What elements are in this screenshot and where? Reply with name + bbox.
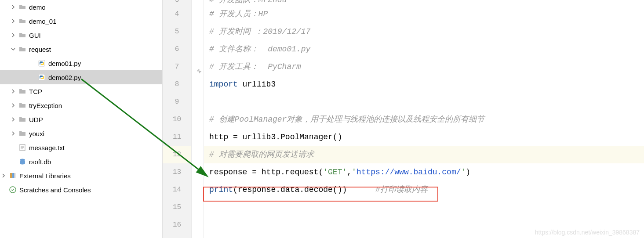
- tree-item-label: GUI: [29, 32, 41, 39]
- svg-rect-7: [10, 173, 12, 178]
- chevron-placeholder: [29, 74, 36, 81]
- code-line[interactable]: import urllib3: [204, 76, 644, 93]
- folder-icon: [18, 3, 26, 11]
- tree-item-demo01-py[interactable]: demo01.py: [0, 56, 162, 70]
- tree-item-request[interactable]: request: [0, 42, 162, 56]
- code-line[interactable]: print(response.data.decode()) #打印读取内容: [204, 181, 644, 198]
- editor-margin: [192, 0, 204, 238]
- chevron-right-icon[interactable]: [0, 172, 7, 179]
- line-number: 9: [163, 93, 191, 111]
- folder-icon: [18, 115, 26, 123]
- code-token: urllib3: [238, 80, 276, 89]
- tree-item-demo02-py[interactable]: demo02.py: [0, 70, 162, 84]
- line-number: 11: [163, 128, 191, 146]
- python-icon: [38, 73, 46, 81]
- tree-item-scratches-and-consoles[interactable]: Scratches and Consoles: [0, 183, 162, 197]
- line-number: 16: [163, 216, 191, 234]
- project-tree[interactable]: demodemo_01GUIrequestdemo01.pydemo02.pyT…: [0, 0, 163, 238]
- svg-point-6: [20, 159, 25, 161]
- code-line[interactable]: # 开发人员：HP: [204, 5, 644, 23]
- folder-icon: [18, 31, 26, 39]
- tree-item-tcp[interactable]: TCP: [0, 84, 162, 98]
- tree-item-label: tryExeption: [29, 102, 62, 109]
- tree-item-rsoft-db[interactable]: rsoft.db: [0, 155, 162, 169]
- code-line[interactable]: response = http.request('GET','https://w…: [204, 163, 644, 181]
- svg-rect-8: [12, 173, 14, 178]
- chevron-placeholder: [10, 144, 17, 151]
- code-token: # 文件名称： demo01.py: [209, 45, 310, 54]
- code-token: ': [352, 168, 357, 177]
- code-token: https://www.baidu.com/: [357, 168, 461, 177]
- tree-item-demo-01[interactable]: demo_01: [0, 14, 162, 28]
- tree-item-label: demo: [29, 4, 46, 11]
- code-line[interactable]: [204, 198, 644, 216]
- folder-icon: [18, 45, 26, 53]
- tree-item-gui[interactable]: GUI: [0, 28, 162, 42]
- code-line[interactable]: # 开发时间 ：2019/12/17: [204, 23, 644, 40]
- tree-item-label: UDP: [29, 116, 43, 123]
- line-number: 8: [163, 76, 191, 93]
- code-token: http = urllib3.PoolManager(): [209, 133, 342, 141]
- line-number: 5: [163, 23, 191, 40]
- code-line[interactable]: # 开发工具： PyCharm: [204, 58, 644, 76]
- code-token: ': [461, 168, 466, 177]
- line-number: 13: [163, 163, 191, 181]
- folder-icon: [18, 130, 26, 137]
- chevron-placeholder: [10, 158, 17, 165]
- chevron-down-icon[interactable]: [10, 46, 17, 53]
- tree-item-label: message.txt: [29, 144, 65, 151]
- folder-icon: [18, 101, 26, 109]
- code-line[interactable]: # 文件名称： demo01.py: [204, 40, 644, 58]
- tree-item-udp[interactable]: UDP: [0, 112, 162, 126]
- tree-item-label: Scratches and Consoles: [19, 186, 91, 194]
- tree-item-label: demo_01: [29, 18, 57, 25]
- code-token: # 对需要爬取的网页发送请求: [209, 150, 314, 159]
- code-line[interactable]: http = urllib3.PoolManager(): [204, 128, 644, 146]
- line-number: 10: [163, 111, 191, 128]
- code-token: (response.data.decode()): [233, 185, 375, 194]
- lib-icon: [9, 172, 17, 180]
- db-icon: [18, 158, 26, 166]
- code-token: # 开发时间 ：2019/12/17: [209, 27, 310, 36]
- tree-item-label: TCP: [29, 88, 42, 95]
- code-token: # 开发人员：HP: [209, 10, 268, 18]
- scratch-icon: [9, 186, 17, 194]
- chevron-right-icon[interactable]: [10, 88, 17, 95]
- tree-item-label: request: [29, 46, 51, 53]
- tree-item-tryexeption[interactable]: tryExeption: [0, 98, 162, 112]
- chevron-placeholder: [0, 186, 7, 193]
- chevron-right-icon[interactable]: [10, 18, 17, 25]
- chevron-right-icon[interactable]: [10, 130, 17, 137]
- code-token: # 开发团队：MrZhou: [209, 0, 287, 4]
- tree-item-youxi[interactable]: youxi: [0, 126, 162, 141]
- code-editor[interactable]: 345678910111213141516 # 开发团队：MrZhou# 开发人…: [163, 0, 644, 238]
- code-token: print: [209, 185, 233, 194]
- fold-handle-icon[interactable]: [196, 63, 202, 69]
- watermark: https://blog.csdn.net/weixin_39868387: [535, 229, 640, 236]
- code-line[interactable]: # 创建PoolManager对象，用于处理与线程池的连接以及线程安全的所有细节: [204, 111, 644, 128]
- code-token: # 创建PoolManager对象，用于处理与线程池的连接以及线程安全的所有细节: [209, 115, 484, 124]
- line-number: 15: [163, 198, 191, 216]
- line-number: 3: [163, 0, 191, 5]
- chevron-right-icon[interactable]: [10, 102, 17, 109]
- code-line[interactable]: # 开发团队：MrZhou: [204, 0, 644, 5]
- tree-item-label: demo02.py: [48, 74, 81, 81]
- chevron-right-icon[interactable]: [10, 4, 17, 11]
- folder-icon: [18, 87, 26, 95]
- code-area[interactable]: # 开发团队：MrZhou# 开发人员：HP# 开发时间 ：2019/12/17…: [204, 0, 644, 238]
- code-line[interactable]: # 对需要爬取的网页发送请求: [204, 146, 644, 163]
- chevron-right-icon[interactable]: [10, 116, 17, 123]
- line-number: 7: [163, 58, 191, 76]
- tree-item-external-libraries[interactable]: External Libraries: [0, 169, 162, 183]
- tree-item-label: rsoft.db: [29, 158, 51, 166]
- code-line[interactable]: [204, 93, 644, 111]
- line-number: 14: [163, 181, 191, 198]
- tree-item-message-txt[interactable]: message.txt: [0, 141, 162, 155]
- folder-icon: [18, 17, 26, 25]
- svg-rect-9: [15, 173, 15, 178]
- tree-item-demo[interactable]: demo: [0, 0, 162, 14]
- chevron-right-icon[interactable]: [10, 32, 17, 39]
- text-icon: [18, 144, 26, 151]
- chevron-placeholder: [29, 60, 36, 67]
- code-token: response = http.request(: [209, 168, 323, 177]
